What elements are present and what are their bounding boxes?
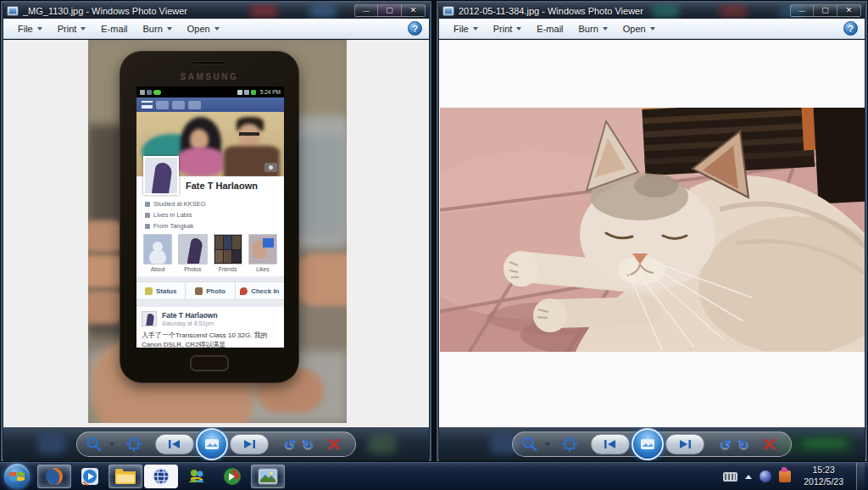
cat-paw <box>533 298 567 332</box>
info-row: Lives in Labis <box>145 211 192 219</box>
friends-icon <box>156 101 169 109</box>
menu-open[interactable]: Open <box>180 21 227 36</box>
signal-icon <box>244 90 249 95</box>
menu-print[interactable]: Print <box>50 21 94 36</box>
maximize-button[interactable] <box>814 4 837 17</box>
show-desktop-button[interactable] <box>856 463 865 490</box>
chevron-down-icon <box>603 27 608 31</box>
rotate-ccw-icon[interactable]: ↺ <box>720 437 731 453</box>
camera-icon <box>264 163 277 172</box>
previous-button[interactable] <box>155 434 194 454</box>
actual-size-icon[interactable] <box>562 437 577 452</box>
earpiece <box>192 61 227 64</box>
camera-icon <box>195 287 203 295</box>
likes-thumbnail <box>248 234 277 264</box>
menu-email[interactable]: E-mail <box>93 21 135 36</box>
app-icon <box>442 6 454 16</box>
close-button[interactable] <box>837 4 861 17</box>
close-button[interactable] <box>402 4 426 17</box>
app-icon <box>7 6 19 16</box>
photo-hand-holding-phone: SAMSUNG 5:24 PM <box>88 40 347 423</box>
menu-print[interactable]: Print <box>486 21 530 36</box>
photo-button: Photo <box>186 282 235 299</box>
previous-button[interactable] <box>591 434 630 454</box>
photo-canvas: SAMSUNG 5:24 PM <box>3 40 429 427</box>
tile-likes: Likes <box>248 234 277 272</box>
notifications-icon <box>188 101 201 109</box>
composer-actions: Status Photo Check In <box>136 281 284 300</box>
slideshow-button[interactable] <box>196 428 228 460</box>
maximize-button[interactable] <box>378 4 402 17</box>
zoom-dropdown-icon[interactable] <box>545 443 550 446</box>
taskbar-globe-app[interactable] <box>144 465 178 488</box>
phone-screen-facebook: 5:24 PM <box>136 86 284 348</box>
chevron-down-icon <box>516 27 521 31</box>
menu-burn[interactable]: Burn <box>571 21 615 36</box>
photo-canvas <box>439 40 865 427</box>
facebook-top-bar <box>136 97 284 112</box>
chevron-down-icon <box>37 27 42 31</box>
menu-open[interactable]: Open <box>615 21 663 36</box>
bluetooth-icon <box>231 90 236 95</box>
profile-section: Fate T Harlaown Studied at KKSEG Lives i… <box>136 176 284 276</box>
post-timestamp: Saturday at 8:51pm <box>162 320 279 326</box>
messages-icon <box>172 101 185 109</box>
info-row: Studied at KKSEG <box>145 200 206 208</box>
status-button: Status <box>136 282 186 299</box>
minimize-button[interactable] <box>790 4 814 17</box>
help-icon[interactable]: ? <box>408 21 422 36</box>
menu-email[interactable]: E-mail <box>529 21 570 36</box>
phone-clock: 5:24 PM <box>260 89 281 95</box>
zoom-magnifier-icon[interactable] <box>86 436 103 453</box>
post-author: Fate T Harlaown <box>162 311 279 320</box>
wifi-icon <box>237 90 242 95</box>
menu-file[interactable]: File <box>10 21 50 36</box>
taskbar-clock[interactable]: 15:23 2012/5/23 <box>798 465 849 487</box>
titlebar[interactable]: _MG_1130.jpg - Windows Photo Viewer <box>3 3 429 19</box>
samsung-phone: SAMSUNG 5:24 PM <box>120 51 299 383</box>
cat-paw <box>504 251 539 287</box>
help-icon[interactable]: ? <box>843 21 858 36</box>
taskbar-download-manager[interactable] <box>215 465 249 488</box>
glass-reflection <box>37 434 66 454</box>
menu-file[interactable]: File <box>446 21 486 36</box>
slideshow-button[interactable] <box>632 428 664 460</box>
titlebar[interactable]: 2012-05-11-384.jpg - Windows Photo Viewe… <box>439 3 865 19</box>
rotate-cw-icon[interactable]: ↻ <box>737 437 748 453</box>
tray-app-icon-blue[interactable] <box>760 471 771 482</box>
viewer-bottom-chrome: ↺ ↻ <box>439 427 865 461</box>
taskbar-messenger[interactable] <box>180 465 214 488</box>
zoom-magnifier-icon[interactable] <box>521 436 538 453</box>
tray-app-icon-orange[interactable] <box>779 471 791 482</box>
chevron-down-icon <box>473 27 478 31</box>
taskbar-photo-viewer[interactable] <box>251 465 285 488</box>
show-hidden-icons[interactable] <box>745 475 752 479</box>
glass-reflection <box>309 4 337 18</box>
rotate-ccw-icon[interactable]: ↺ <box>284 437 295 453</box>
taskbar-firefox[interactable] <box>37 465 71 488</box>
menu-burn[interactable]: Burn <box>136 21 180 36</box>
menubar: File Print E-mail Burn Open ? <box>3 19 429 39</box>
rotate-cw-icon[interactable]: ↻ <box>302 437 313 453</box>
minimize-button[interactable] <box>354 4 378 17</box>
notification-icon <box>147 90 152 95</box>
post-avatar <box>142 311 157 326</box>
about-thumbnail <box>143 234 172 264</box>
tile-friends: Friends <box>214 234 242 272</box>
person-face <box>238 124 260 148</box>
delete-icon[interactable] <box>763 437 776 451</box>
viewer-controls: ↺ ↻ <box>512 432 792 457</box>
taskbar-media-player[interactable] <box>73 465 107 488</box>
next-button[interactable] <box>230 434 269 454</box>
start-button[interactable] <box>4 464 30 489</box>
keyboard-input-icon[interactable] <box>723 472 737 482</box>
photo-viewer-window-right: 2012-05-11-384.jpg - Windows Photo Viewe… <box>436 0 868 462</box>
next-button[interactable] <box>665 434 704 454</box>
zoom-dropdown-icon[interactable] <box>109 443 114 446</box>
delete-icon[interactable] <box>327 437 341 451</box>
cat-front-leg <box>554 311 648 314</box>
post-text: 入手了一个Transcend Class 10 32G. 我的Canon DSL… <box>142 331 279 348</box>
taskbar-explorer[interactable] <box>108 465 142 488</box>
photo-cat-on-tiles <box>440 108 865 352</box>
actual-size-icon[interactable] <box>126 437 142 452</box>
